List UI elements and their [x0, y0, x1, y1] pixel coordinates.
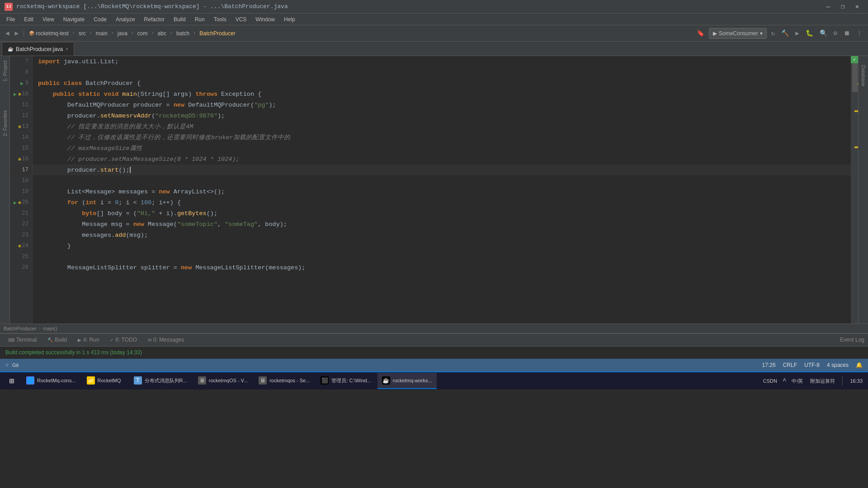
settings-icon[interactable]: ⚙: [832, 28, 839, 38]
run-tab[interactable]: ▶ 4: Run: [73, 336, 104, 344]
tray-chevron[interactable]: ^: [783, 377, 786, 385]
menu-tools[interactable]: Tools: [209, 14, 231, 25]
scroll-gutter[interactable]: ✓: [851, 56, 858, 324]
line-num-10: 10: [22, 91, 28, 97]
cursor-position[interactable]: 17:26: [762, 362, 776, 368]
breadcrumb-rocketmq-test[interactable]: 📦 rocketmq-test: [27, 29, 71, 38]
minimize-button[interactable]: —: [822, 0, 835, 13]
build-tab[interactable]: 🔨 Build: [43, 336, 71, 344]
start-button[interactable]: ⊞: [4, 373, 20, 389]
taskbar-explorer[interactable]: 📁 RocketMQ: [82, 373, 127, 389]
gutter-line-17: 17: [10, 164, 32, 175]
breadcrumb-com[interactable]: com: [136, 29, 150, 38]
menu-refactor[interactable]: Refactor: [140, 14, 169, 25]
todo-tab[interactable]: ✓ 6: TODO: [105, 336, 142, 344]
run-gutter-10[interactable]: ▶: [14, 91, 17, 97]
breadcrumb-src[interactable]: src: [77, 29, 88, 38]
database-panel-label[interactable]: Database: [860, 63, 867, 88]
gutter-line-12: 12: [10, 110, 32, 121]
gutter-line-21: 21: [10, 208, 32, 219]
tab-batchproducer[interactable]: ☕ BatchProducer.java ×: [2, 42, 74, 56]
run-config-icon: ▶: [713, 30, 717, 37]
warn-gutter-20: ◉: [19, 200, 21, 205]
warning-marker-3: [854, 146, 858, 148]
run-gutter-9[interactable]: ▶: [20, 80, 24, 86]
taskbar-intellij[interactable]: ☕ rocketmq-works...: [377, 373, 437, 389]
nav-bookmark-icon[interactable]: 🔖: [695, 28, 706, 38]
encoding[interactable]: UTF-8: [804, 362, 820, 368]
tab-label: BatchProducer.java: [16, 46, 63, 52]
tray-csdn[interactable]: CSDN: [761, 377, 779, 385]
menu-view[interactable]: View: [38, 14, 59, 25]
run-gutter-20[interactable]: ▶: [14, 200, 17, 206]
menu-window[interactable]: Window: [251, 14, 279, 25]
taskbar-vm2[interactable]: 🖥 rocketmqos - Se...: [254, 373, 314, 389]
navbar: ◀ ▶ | 📦 rocketmq-test › src › main › jav…: [0, 25, 868, 42]
line-num-13: 13: [22, 123, 28, 130]
taskbar-vm1[interactable]: 🖥 rocketmqOS - V...: [193, 373, 252, 389]
menu-build[interactable]: Build: [169, 14, 190, 25]
menu-navigate[interactable]: Navigate: [59, 14, 89, 25]
taskbar-typora[interactable]: T 分布式消息队列R...: [129, 373, 192, 389]
code-line-14: // 不过，仅修改该属性是不行的，还需要同时修改broker加载的配置文件中的: [33, 132, 851, 143]
breadcrumb-footer-method[interactable]: main(): [43, 326, 57, 331]
code-line-18: [33, 175, 851, 186]
close-button[interactable]: ✕: [851, 0, 863, 13]
event-log-button[interactable]: Event Log: [840, 337, 864, 343]
forward-arrow[interactable]: ▶: [13, 28, 20, 38]
taskbar-tray: CSDN ^ 中/英 附加运算符 16:33: [761, 376, 864, 385]
build-status-bar: Build completed successfully in 1 s 413 …: [0, 347, 868, 359]
back-arrow[interactable]: ◀: [4, 28, 11, 38]
typora-icon: T: [134, 376, 142, 385]
menu-code[interactable]: Code: [89, 14, 111, 25]
run-config-selector[interactable]: ▶ SomeConsumer ▾: [709, 28, 767, 39]
notifications-icon[interactable]: 🔔: [856, 362, 863, 368]
more-icon[interactable]: ⋮: [854, 28, 864, 38]
menu-run[interactable]: Run: [190, 14, 209, 25]
line-ending[interactable]: CRLF: [783, 362, 797, 368]
breadcrumb-batch[interactable]: batch: [175, 29, 191, 38]
indent-setting[interactable]: 4 spaces: [827, 362, 849, 368]
terminal-tab[interactable]: ⌨ Terminal: [4, 336, 41, 344]
vcs-status[interactable]: Git: [12, 362, 19, 368]
titlebar-left: IJ rocketmq-workspace [...\RocketMQ\rock…: [5, 3, 288, 11]
taskbar-chrome[interactable]: 🌐 RocketMq-cons...: [22, 373, 80, 389]
menu-analyze[interactable]: Analyze: [111, 14, 140, 25]
breadcrumb-main[interactable]: main: [94, 29, 109, 38]
warning-marker-2: [854, 110, 858, 112]
maximize-button[interactable]: ❐: [836, 0, 849, 13]
tab-close-button[interactable]: ×: [66, 47, 68, 52]
menu-edit[interactable]: Edit: [19, 14, 38, 25]
breadcrumb-batchproducer[interactable]: BatchProducer: [198, 29, 237, 38]
code-line-9: public class BatchProducer {: [33, 78, 851, 89]
breadcrumb-java[interactable]: java: [116, 29, 129, 38]
stop-icon[interactable]: ⏹: [842, 29, 852, 38]
line-num-16: 16: [22, 156, 28, 162]
tray-ime2[interactable]: 附加运算符: [808, 377, 837, 385]
menu-help[interactable]: Help: [279, 14, 300, 25]
search-icon[interactable]: 🔍: [818, 28, 829, 38]
build-icon[interactable]: 🔨: [779, 28, 791, 38]
gutter-line-23: 23: [10, 230, 32, 240]
taskbar-cmd[interactable]: ⬛ 管理员: C:\Wind...: [316, 373, 375, 389]
code-line-17: producer.start();: [33, 164, 851, 175]
breadcrumb-abc[interactable]: abc: [156, 29, 168, 38]
bottom-right-actions: Event Log: [840, 337, 864, 343]
run-icon[interactable]: ▶: [793, 28, 801, 38]
git-branch-icon: ⑂: [5, 362, 9, 368]
breadcrumb-footer-class[interactable]: BatchProducer: [4, 326, 37, 331]
messages-tab[interactable]: ✉ 0: Messages: [143, 336, 189, 344]
menu-file[interactable]: File: [2, 14, 19, 25]
favorites-panel-label[interactable]: 2: Favorites: [1, 108, 9, 138]
code-line-24: }: [33, 240, 851, 251]
menu-vcs[interactable]: VCS: [231, 14, 251, 25]
gutter-line-13: ◉ 13: [10, 121, 32, 132]
gutter-line-14: 14: [10, 132, 32, 143]
refresh-icon[interactable]: ↻: [769, 28, 777, 38]
project-panel-label[interactable]: 1: Project: [1, 59, 9, 83]
code-editor[interactable]: import java.util.List; public class Batc…: [33, 56, 851, 324]
debug-icon[interactable]: 🐛: [804, 28, 815, 38]
menubar: File Edit View Navigate Code Analyze Ref…: [0, 14, 868, 25]
tray-ime[interactable]: 中/英: [790, 377, 805, 385]
code-line-16: // producer.setMaxMessageSize(8 * 1024 *…: [33, 154, 851, 164]
